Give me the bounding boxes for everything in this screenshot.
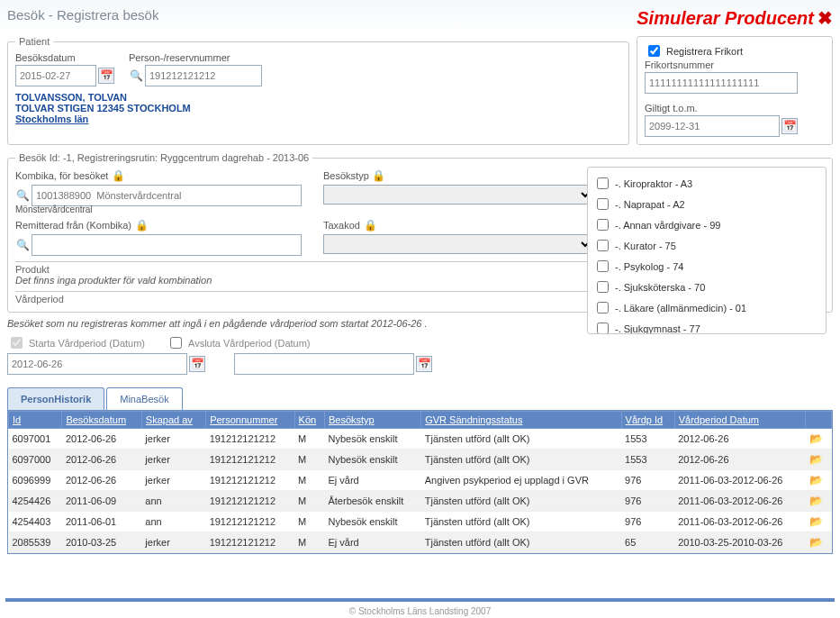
frikortsnummer-label: Frikortsnummer	[645, 59, 825, 70]
taxakod-select[interactable]	[323, 234, 593, 254]
registrera-frikort-checkbox[interactable]	[648, 45, 660, 57]
starta-vardperiod-input[interactable]	[7, 353, 187, 375]
produkt-label: Produkt	[15, 264, 50, 275]
calendar-icon[interactable]: 📅	[416, 356, 432, 372]
vg-checkbox[interactable]	[597, 240, 609, 251]
vg-checkbox[interactable]	[597, 219, 609, 231]
besokstyp-label: Besökstyp 🔒	[323, 168, 593, 183]
col-skapad-av[interactable]: Skapad av	[141, 412, 205, 429]
table-row[interactable]: 20855392010-03-25jerker191212121212MEj v…	[9, 532, 832, 553]
search-icon[interactable]: 🔍	[15, 238, 30, 252]
open-folder-icon[interactable]: 📂	[809, 514, 824, 529]
col-vardp-id[interactable]: Vårdp Id	[621, 412, 674, 429]
frikortsnummer-input[interactable]	[645, 72, 798, 94]
page-title: Besök - Registrera besök	[7, 7, 158, 23]
frikort-fieldset: Registrera Frikort Frikortsnummer Giltig…	[637, 36, 833, 145]
lock-icon: 🔒	[363, 218, 377, 232]
vg-checkbox[interactable]	[597, 323, 609, 334]
vardgivarkategori-list: Vårdgivarkategori -. Kiropraktor - A3 -.…	[587, 167, 826, 334]
kombika-input[interactable]	[32, 185, 302, 206]
vardgivarkategori-item[interactable]: -. Naprapat - A2	[593, 194, 818, 214]
vardgivarkategori-legend: Vårdgivarkategori	[593, 167, 678, 168]
vg-checkbox[interactable]	[597, 198, 609, 210]
table-row[interactable]: 42544262011-06-09ann191212121212MÅterbes…	[9, 491, 832, 512]
search-icon[interactable]: 🔍	[15, 188, 30, 203]
calendar-icon[interactable]: 📅	[98, 68, 114, 84]
starta-vardperiod-checkbox	[11, 337, 23, 349]
besoksdatum-input[interactable]	[15, 65, 96, 86]
calendar-icon[interactable]: 📅	[781, 118, 798, 134]
table-row[interactable]: 60969992012-06-26jerker191212121212MEj v…	[9, 470, 832, 491]
history-table: Id Besöksdatum Skapad av Personnummer Kö…	[8, 411, 832, 553]
patient-legend: Patient	[15, 36, 53, 47]
vg-checkbox[interactable]	[597, 260, 609, 272]
remitterad-input[interactable]	[32, 234, 302, 256]
personnr-label: Person-/reservnummer	[129, 52, 262, 63]
col-vardperiod-datum[interactable]: Vårdperiod Datum	[674, 412, 805, 429]
lock-icon: 🔒	[134, 218, 149, 232]
table-row[interactable]: 60970012012-06-26jerker191212121212MNybe…	[9, 429, 832, 450]
col-besokstyp[interactable]: Besökstyp	[324, 412, 420, 429]
vg-checkbox[interactable]	[597, 281, 609, 293]
vardgivarkategori-item[interactable]: -. Kurator - 75	[593, 235, 818, 256]
giltigt-tom-label: Giltigt t.o.m.	[645, 103, 825, 114]
avsluta-vardperiod-checkbox[interactable]	[170, 337, 182, 349]
col-kon[interactable]: Kön	[294, 412, 324, 429]
col-personnummer[interactable]: Personnummer	[206, 412, 294, 429]
footer-text: © Stockholms Läns Landsting 2007	[0, 606, 840, 616]
open-folder-icon[interactable]: 📂	[809, 494, 824, 508]
col-besoksdatum[interactable]: Besöksdatum	[62, 412, 141, 429]
besokstyp-select[interactable]	[323, 185, 593, 204]
kombika-label: Kombika, för besöket 🔒	[15, 168, 312, 183]
lock-icon: 🔒	[111, 168, 125, 183]
tab-minabesok[interactable]: MinaBesök	[106, 387, 182, 410]
search-icon[interactable]: 🔍	[129, 68, 143, 83]
vg-checkbox[interactable]	[597, 177, 609, 189]
vardgivarkategori-item[interactable]: -. Annan vårdgivare - 99	[593, 214, 818, 235]
simulator-banner: Simulerar Producent ✖	[637, 7, 833, 29]
remitterad-label: Remitterad från (Kombika) 🔒	[15, 218, 312, 232]
lock-icon: 🔒	[372, 168, 386, 183]
patient-lan-link[interactable]: Stockholms län	[15, 114, 621, 124]
vardgivarkategori-item[interactable]: -. Sjukgymnast - 77	[593, 318, 818, 334]
avsluta-vardperiod-input[interactable]	[234, 353, 414, 375]
besok-fieldset: Besök Id: -1, Registreringsrutin: Ryggce…	[7, 152, 833, 313]
col-gvr[interactable]: GVR Sändningsstatus	[421, 412, 621, 429]
table-row[interactable]: 60970002012-06-26jerker191212121212MNybe…	[9, 450, 832, 470]
personnr-input[interactable]	[145, 65, 262, 86]
open-folder-icon[interactable]: 📂	[809, 473, 824, 487]
taxakod-label: Taxakod 🔒	[323, 218, 593, 232]
avsluta-vardperiod-label: Avsluta Vårdperiod (Datum)	[188, 338, 311, 349]
tab-personhistorik[interactable]: PersonHistorik	[7, 387, 104, 410]
close-icon[interactable]: ✖	[817, 7, 833, 29]
vardgivarkategori-item[interactable]: -. Kiropraktor - A3	[593, 173, 818, 194]
patient-name: TOLVANSSON, TOLVAN	[15, 92, 621, 103]
registrera-frikort-label: Registrera Frikort	[666, 46, 743, 57]
patient-address: TOLVAR STIGEN 12345 STOCKHOLM	[15, 103, 621, 114]
vardgivarkategori-item[interactable]: -. Sjuksköterska - 70	[593, 277, 818, 297]
open-folder-icon[interactable]: 📂	[809, 432, 824, 446]
open-folder-icon[interactable]: 📂	[809, 452, 824, 467]
table-row[interactable]: 42544032011-06-01ann191212121212MNybesök…	[9, 512, 832, 532]
vg-checkbox[interactable]	[597, 302, 609, 314]
vardgivarkategori-item[interactable]: -. Läkare (allmänmedicin) - 01	[593, 297, 818, 318]
open-folder-icon[interactable]: 📂	[809, 535, 824, 550]
vardgivarkategori-item[interactable]: -. Psykolog - 74	[593, 256, 818, 277]
col-id[interactable]: Id	[9, 412, 62, 429]
besoksdatum-label: Besöksdatum	[15, 52, 114, 63]
starta-vardperiod-label: Starta Vårdperiod (Datum)	[29, 338, 145, 349]
patient-fieldset: Patient Besöksdatum 📅 Person-/reservnumm…	[7, 36, 629, 145]
vardperiod-label: Vårdperiod	[15, 294, 64, 304]
giltigt-tom-input[interactable]	[645, 115, 780, 137]
besok-legend: Besök Id: -1, Registreringsrutin: Ryggce…	[15, 152, 312, 163]
calendar-icon[interactable]: 📅	[189, 356, 205, 372]
